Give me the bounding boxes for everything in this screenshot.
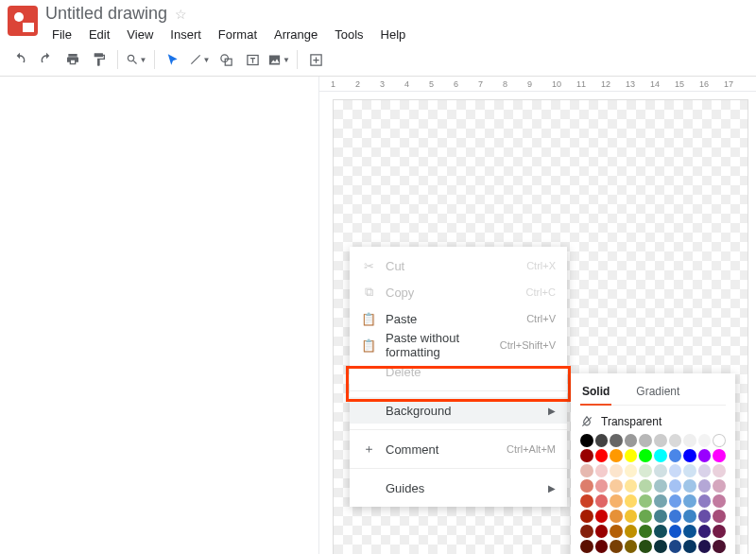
- color-swatch[interactable]: [698, 540, 712, 553]
- color-swatch[interactable]: [669, 434, 682, 447]
- menu-insert[interactable]: Insert: [163, 26, 208, 43]
- menu-item-comment[interactable]: ＋ Comment Ctrl+Alt+M: [350, 436, 567, 462]
- transparent-option[interactable]: Transparent: [580, 411, 726, 434]
- color-swatch[interactable]: [639, 525, 652, 538]
- color-swatch[interactable]: [639, 449, 652, 462]
- color-swatch[interactable]: [654, 510, 667, 523]
- color-swatch[interactable]: [595, 510, 609, 523]
- select-tool[interactable]: [161, 47, 185, 72]
- color-swatch[interactable]: [580, 510, 593, 523]
- color-swatch[interactable]: [654, 494, 667, 508]
- color-swatch[interactable]: [683, 540, 696, 553]
- color-swatch[interactable]: [654, 449, 667, 462]
- print-button[interactable]: [60, 47, 85, 72]
- color-swatch[interactable]: [698, 525, 712, 538]
- color-swatch[interactable]: [625, 494, 638, 508]
- menu-tools[interactable]: Tools: [328, 26, 369, 43]
- color-swatch[interactable]: [639, 540, 652, 553]
- color-swatch[interactable]: [698, 510, 712, 523]
- color-swatch[interactable]: [610, 494, 623, 508]
- color-swatch[interactable]: [669, 464, 682, 477]
- doc-title[interactable]: Untitled drawing: [45, 4, 167, 24]
- tab-solid[interactable]: Solid: [580, 381, 611, 406]
- color-swatch[interactable]: [580, 494, 593, 508]
- color-swatch[interactable]: [683, 494, 696, 508]
- color-swatch[interactable]: [654, 479, 667, 493]
- color-swatch[interactable]: [713, 540, 726, 553]
- color-swatch[interactable]: [713, 434, 726, 447]
- color-swatch[interactable]: [580, 540, 593, 553]
- menu-arrange[interactable]: Arrange: [267, 26, 324, 43]
- color-swatch[interactable]: [610, 479, 623, 493]
- color-swatch[interactable]: [713, 449, 726, 462]
- tab-gradient[interactable]: Gradient: [634, 381, 681, 405]
- color-swatch[interactable]: [639, 494, 652, 508]
- color-swatch[interactable]: [580, 449, 593, 462]
- color-swatch[interactable]: [698, 479, 712, 493]
- color-swatch[interactable]: [625, 510, 638, 523]
- color-swatch[interactable]: [610, 525, 623, 538]
- line-tool[interactable]: ▼: [187, 47, 212, 72]
- color-swatch[interactable]: [654, 540, 667, 553]
- color-swatch[interactable]: [625, 540, 638, 553]
- menu-help[interactable]: Help: [374, 26, 413, 43]
- color-swatch[interactable]: [669, 494, 682, 508]
- color-swatch[interactable]: [713, 479, 726, 493]
- image-tool[interactable]: ▼: [266, 47, 291, 72]
- star-icon[interactable]: ☆: [175, 7, 187, 22]
- color-swatch[interactable]: [654, 434, 667, 447]
- color-swatch[interactable]: [580, 434, 593, 447]
- color-swatch[interactable]: [595, 525, 609, 538]
- color-swatch[interactable]: [683, 510, 696, 523]
- color-swatch[interactable]: [595, 434, 609, 447]
- color-swatch[interactable]: [625, 479, 638, 493]
- color-swatch[interactable]: [595, 494, 609, 508]
- color-swatch[interactable]: [625, 449, 638, 462]
- color-swatch[interactable]: [683, 479, 696, 493]
- color-swatch[interactable]: [610, 434, 623, 447]
- color-swatch[interactable]: [595, 540, 609, 553]
- color-swatch[interactable]: [683, 525, 696, 538]
- menu-item-background[interactable]: Background ▶: [350, 397, 567, 424]
- color-swatch[interactable]: [683, 434, 696, 447]
- color-swatch[interactable]: [610, 510, 623, 523]
- menu-item-guides[interactable]: Guides ▶: [350, 475, 567, 501]
- color-swatch[interactable]: [595, 464, 609, 477]
- color-swatch[interactable]: [610, 540, 623, 553]
- color-swatch[interactable]: [654, 464, 667, 477]
- color-swatch[interactable]: [713, 510, 726, 523]
- color-swatch[interactable]: [713, 525, 726, 538]
- zoom-button[interactable]: ▼: [124, 47, 148, 72]
- color-swatch[interactable]: [683, 449, 696, 462]
- color-swatch[interactable]: [610, 449, 623, 462]
- color-swatch[interactable]: [669, 510, 682, 523]
- color-swatch[interactable]: [698, 434, 712, 447]
- color-swatch[interactable]: [639, 434, 652, 447]
- color-swatch[interactable]: [713, 494, 726, 508]
- menu-item-paste[interactable]: 📋 Paste Ctrl+V: [350, 305, 567, 332]
- paint-format-button[interactable]: [87, 47, 112, 72]
- color-swatch[interactable]: [669, 540, 682, 553]
- color-swatch[interactable]: [610, 464, 623, 477]
- color-swatch[interactable]: [698, 464, 712, 477]
- color-swatch[interactable]: [683, 464, 696, 477]
- textbox-tool[interactable]: [240, 47, 265, 72]
- color-swatch[interactable]: [580, 479, 593, 493]
- redo-button[interactable]: [34, 47, 59, 72]
- menu-file[interactable]: File: [45, 26, 78, 43]
- menu-view[interactable]: View: [120, 26, 160, 43]
- undo-button[interactable]: [8, 47, 32, 72]
- color-swatch[interactable]: [639, 464, 652, 477]
- menu-item-paste-without-formatting[interactable]: 📋 Paste without formatting Ctrl+Shift+V: [350, 332, 567, 358]
- insert-comment-button[interactable]: [303, 47, 328, 72]
- color-swatch[interactable]: [580, 464, 593, 477]
- color-swatch[interactable]: [595, 479, 609, 493]
- color-swatch[interactable]: [669, 449, 682, 462]
- color-swatch[interactable]: [669, 525, 682, 538]
- color-swatch[interactable]: [639, 510, 652, 523]
- color-swatch[interactable]: [595, 449, 609, 462]
- shape-tool[interactable]: [214, 47, 238, 72]
- color-swatch[interactable]: [698, 494, 712, 508]
- color-swatch[interactable]: [698, 449, 712, 462]
- color-swatch[interactable]: [625, 525, 638, 538]
